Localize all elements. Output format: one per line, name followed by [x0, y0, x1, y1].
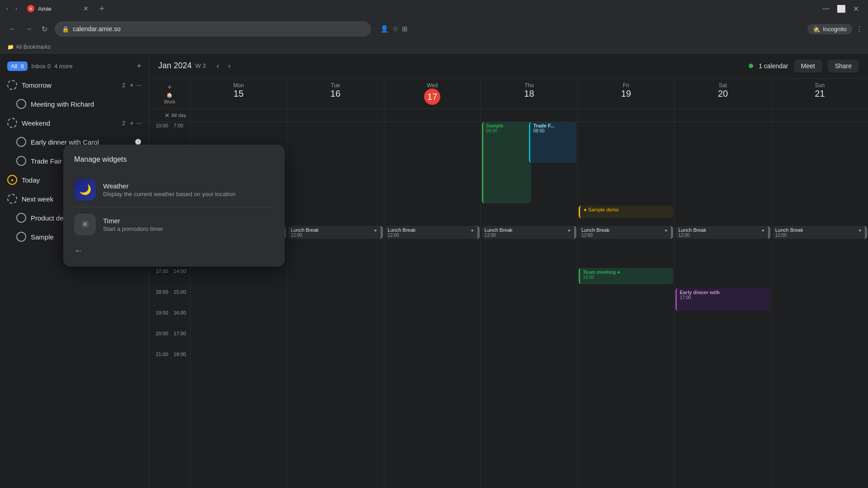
incognito-icon: 🕵 — [813, 26, 820, 33]
active-tab[interactable]: A Amie ✕ — [22, 1, 94, 16]
incognito-label: Incognito — [823, 26, 847, 33]
all-badge[interactable]: All 6 — [7, 61, 28, 71]
back-btn[interactable]: ← — [5, 23, 20, 35]
day-col-sun: Sun 21 — [771, 79, 868, 108]
day-name-thu: Thu — [483, 82, 576, 89]
star-icon[interactable]: ☆ — [392, 25, 398, 33]
lunch-break-sat[interactable]: Lunch Break 12:00 ● — [675, 226, 770, 239]
allday-thu[interactable] — [481, 109, 577, 122]
time-slot-10: 10:00 7:00 — [149, 122, 190, 143]
weekend-more-btn[interactable]: ··· — [136, 119, 142, 127]
reload-btn[interactable]: ↻ — [38, 23, 51, 35]
incognito-badge[interactable]: 🕵 Incognito — [807, 24, 852, 34]
more-btn[interactable]: 4 more — [54, 63, 72, 70]
day-col-wed[interactable]: Wed 17 — [384, 79, 481, 108]
sidebar-item-weekend[interactable]: Weekend 2 + ··· — [0, 113, 149, 132]
folder-icon: 📁 — [7, 44, 14, 50]
time-19-right: 16:00 — [172, 310, 186, 315]
lunch-break-thu[interactable]: Lunch Break 12:00 ● — [482, 226, 576, 239]
time-19-left: 19:00 — [149, 310, 172, 315]
calendar-dot — [749, 64, 753, 68]
lock-icon: 🔒 — [62, 26, 69, 33]
team-meeting-event[interactable]: Team meeting ● 16:00 — [579, 268, 673, 284]
time-18-right: 15:00 — [172, 289, 186, 295]
profile-icon[interactable]: 👤 — [380, 25, 389, 33]
tab-forward-btn[interactable]: › — [13, 4, 20, 14]
cal-body: 10:00 7:00 11:00 8:00 12:00 9:00 13:00 1… — [149, 122, 868, 488]
day-num-wed: 17 — [424, 89, 440, 105]
close-btn[interactable]: ✕ — [853, 5, 859, 13]
add-event-btn[interactable]: + — [167, 83, 171, 91]
sidebar-item-meeting-richard[interactable]: Meeting with Richard — [0, 94, 149, 113]
day-name-sat: Sat — [676, 82, 769, 89]
tab-back-btn[interactable]: ‹ — [4, 4, 11, 14]
lunch-break-tue[interactable]: Lunch Break 12:00 ● — [288, 226, 382, 239]
trade-fair-event[interactable]: Trade F... 08:00 — [529, 122, 576, 163]
day-fri[interactable]: Lunch Break 12:00 ● ● Sample demo Team m… — [577, 122, 674, 488]
day-col-sat: Sat 20 — [674, 79, 771, 108]
lunch-break-fri[interactable]: Lunch Break 12:00 ● — [579, 226, 673, 239]
day-tue[interactable]: Lunch Break 12:00 ● — [287, 122, 383, 488]
tab-favicon: A — [27, 5, 34, 12]
extensions-icon[interactable]: ⋮ — [856, 25, 863, 33]
early-dinner-circle — [16, 137, 26, 147]
cal-days-header: + 🏠 Work Mon 15 Tue 16 Wed 17 Thu 18 — [149, 79, 868, 109]
early-dinner-event[interactable]: Early dinner with 17:00 — [675, 288, 770, 311]
calendar-count: 1 calendar — [759, 62, 788, 70]
allday-wed[interactable] — [384, 109, 481, 122]
forward-btn[interactable]: → — [22, 23, 36, 35]
meet-btn[interactable]: Meet — [794, 60, 822, 72]
sidebar: All 6 Inbox 0 4 more + Tomorrow 2 + ··· … — [0, 53, 149, 488]
today-dot: ● — [11, 178, 14, 183]
sample-event[interactable]: Sample 08:00 — [482, 122, 531, 203]
url-bar[interactable]: 🔒 calendar.amie.so — [55, 21, 371, 37]
allday-sat[interactable] — [674, 109, 771, 122]
maximize-btn[interactable]: ⬜ — [837, 5, 846, 13]
weather-name: Weather — [149, 182, 274, 190]
time-21-right: 18:00 — [172, 352, 186, 357]
tab-bar: ‹ › A Amie ✕ + — ⬜ ✕ — [0, 0, 868, 17]
allday-tue[interactable] — [287, 109, 383, 122]
sample-demo-event[interactable]: ● Sample demo — [579, 206, 673, 218]
inbox-btn[interactable]: Inbox 0 — [31, 63, 51, 70]
next-week-btn[interactable]: › — [225, 60, 234, 72]
bookmarks-item[interactable]: 📁 All Bookmarks — [7, 44, 51, 50]
time-10-right: 7:00 — [172, 123, 183, 128]
lunch-break-wed[interactable]: Lunch Break 12:00 ● — [385, 226, 480, 239]
sidebar-item-tomorrow[interactable]: Tomorrow 2 + ··· — [0, 75, 149, 94]
day-wed[interactable]: Lunch Break 12:00 ● — [384, 122, 481, 488]
tomorrow-actions: + ··· — [130, 81, 142, 89]
next-week-circle — [7, 194, 17, 204]
browser-chrome: ‹ › A Amie ✕ + — ⬜ ✕ ← → ↻ 🔒 calendar.am… — [0, 0, 868, 41]
day-name-tue: Tue — [289, 82, 382, 89]
time-21-left: 21:00 — [149, 352, 172, 357]
lunch-break-sun[interactable]: Lunch Break 12:00 ● — [773, 226, 867, 239]
weekend-add-btn[interactable]: + — [130, 119, 133, 127]
day-sat[interactable]: Lunch Break 12:00 ● Early dinner with 17… — [674, 122, 771, 488]
widget-item-weather[interactable]: 🌙 Weather Display the current weather ba… — [149, 173, 274, 207]
tomorrow-add-btn[interactable]: + — [130, 81, 133, 89]
sidebar-toggle-icon[interactable]: ⊞ — [402, 25, 408, 33]
widget-popup: Manage widgets 🌙 Weather Display the cur… — [149, 145, 285, 267]
allday-fri[interactable] — [577, 109, 674, 122]
timer-name: Timer — [149, 217, 274, 225]
prev-week-btn[interactable]: ‹ — [213, 60, 222, 72]
day-name-mon: Mon — [192, 82, 285, 89]
new-tab-btn[interactable]: + — [96, 2, 108, 15]
allday-mon[interactable] — [190, 109, 287, 122]
day-thu[interactable]: Sample 08:00 Trade F... 08:00 Lunch Brea… — [481, 122, 577, 488]
allday-sun[interactable] — [771, 109, 868, 122]
tomorrow-count: 2 — [122, 82, 125, 89]
address-icons: 👤 ☆ ⊞ — [380, 25, 408, 33]
widget-item-timer[interactable]: ✳ Timer Start a pomodoro timer — [149, 207, 274, 242]
home-icon: 🏠 — [166, 92, 173, 98]
add-list-btn[interactable]: + — [137, 61, 142, 71]
allday-close-btn[interactable]: ✕ — [165, 112, 170, 119]
share-btn[interactable]: Share — [828, 60, 859, 72]
day-sun[interactable]: Lunch Break 12:00 ● — [771, 122, 868, 488]
minimize-btn[interactable]: — — [822, 5, 830, 13]
tab-close-btn[interactable]: ✕ — [83, 5, 89, 12]
time-17-left: 17:00 — [149, 268, 172, 274]
tomorrow-more-btn[interactable]: ··· — [136, 81, 142, 89]
time-slot-18: 18:00 15:00 — [149, 288, 190, 309]
